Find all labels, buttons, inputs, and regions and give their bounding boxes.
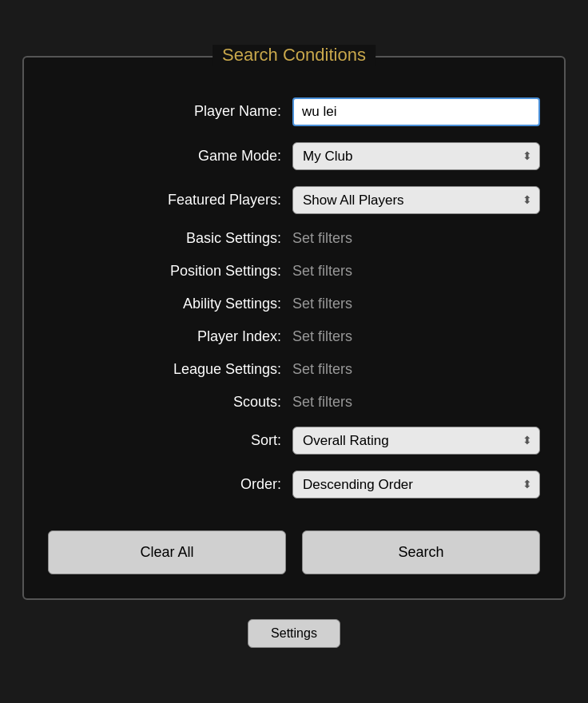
position-settings-row: Position Settings: Set filters <box>48 255 540 288</box>
ability-settings-row: Ability Settings: Set filters <box>48 288 540 320</box>
ability-settings-action[interactable]: Set filters <box>292 296 352 312</box>
order-control: Descending Order Ascending Order ⬍ <box>292 471 540 498</box>
game-mode-control: My Club Master League Online ⬍ <box>292 142 540 170</box>
position-settings-control[interactable]: Set filters <box>292 263 540 280</box>
game-mode-select-wrapper: My Club Master League Online ⬍ <box>292 142 540 170</box>
sort-select[interactable]: Overall Rating Player Name Position <box>292 427 540 455</box>
sort-label: Sort: <box>121 432 281 449</box>
ability-settings-label: Ability Settings: <box>121 296 281 312</box>
basic-settings-label: Basic Settings: <box>121 230 281 247</box>
league-settings-label: League Settings: <box>121 361 281 378</box>
search-conditions-panel: Search Conditions Player Name: Game Mode… <box>22 56 566 600</box>
league-settings-control[interactable]: Set filters <box>292 361 540 378</box>
order-select-wrapper: Descending Order Ascending Order ⬍ <box>292 471 540 498</box>
panel-title: Search Conditions <box>222 45 366 65</box>
featured-players-select[interactable]: Show All Players Featured Only <box>292 186 540 214</box>
scouts-label: Scouts: <box>121 394 281 411</box>
basic-settings-control[interactable]: Set filters <box>292 230 540 247</box>
league-settings-row: League Settings: Set filters <box>48 353 540 386</box>
scouts-action[interactable]: Set filters <box>292 394 352 410</box>
featured-players-control: Show All Players Featured Only ⬍ <box>292 186 540 214</box>
basic-settings-action[interactable]: Set filters <box>292 230 352 246</box>
ability-settings-control[interactable]: Set filters <box>292 296 540 312</box>
position-settings-action[interactable]: Set filters <box>292 263 352 279</box>
featured-players-row: Featured Players: Show All Players Featu… <box>48 178 540 222</box>
form-content: Player Name: Game Mode: My Club Master L… <box>48 89 540 506</box>
panel-title-wrapper: Search Conditions <box>213 45 375 66</box>
order-label: Order: <box>121 476 281 493</box>
player-index-action[interactable]: Set filters <box>292 328 352 344</box>
scouts-row: Scouts: Set filters <box>48 386 540 419</box>
player-index-label: Player Index: <box>121 328 281 345</box>
search-button[interactable]: Search <box>302 530 540 574</box>
featured-players-label: Featured Players: <box>121 192 281 209</box>
game-mode-select[interactable]: My Club Master League Online <box>292 142 540 170</box>
featured-players-select-wrapper: Show All Players Featured Only ⬍ <box>292 186 540 214</box>
player-name-label: Player Name: <box>121 103 281 120</box>
player-name-input[interactable] <box>292 97 540 126</box>
sort-row: Sort: Overall Rating Player Name Positio… <box>48 419 540 463</box>
main-container: Search Conditions Player Name: Game Mode… <box>0 56 588 648</box>
order-row: Order: Descending Order Ascending Order … <box>48 463 540 506</box>
player-index-control[interactable]: Set filters <box>292 328 540 345</box>
basic-settings-row: Basic Settings: Set filters <box>48 222 540 255</box>
game-mode-label: Game Mode: <box>121 148 281 165</box>
position-settings-label: Position Settings: <box>121 263 281 280</box>
order-select[interactable]: Descending Order Ascending Order <box>292 471 540 498</box>
player-index-row: Player Index: Set filters <box>48 320 540 353</box>
player-name-control <box>292 97 540 126</box>
settings-button[interactable]: Settings <box>248 619 340 648</box>
sort-select-wrapper: Overall Rating Player Name Position ⬍ <box>292 427 540 455</box>
league-settings-action[interactable]: Set filters <box>292 361 352 377</box>
clear-all-button[interactable]: Clear All <box>48 530 286 574</box>
button-row: Clear All Search <box>48 530 540 574</box>
scouts-control[interactable]: Set filters <box>292 394 540 411</box>
game-mode-row: Game Mode: My Club Master League Online … <box>48 134 540 178</box>
sort-control: Overall Rating Player Name Position ⬍ <box>292 427 540 455</box>
player-name-row: Player Name: <box>48 89 540 134</box>
